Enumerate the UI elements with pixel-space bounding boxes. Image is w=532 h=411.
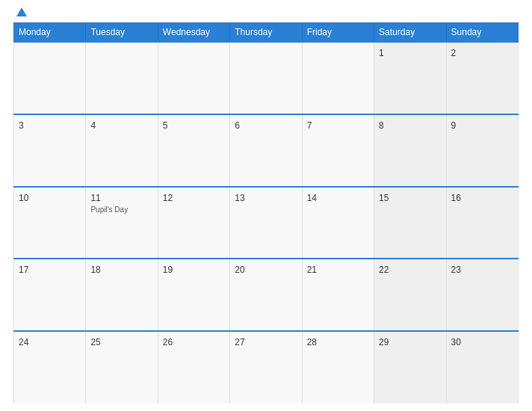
day-number: 12 xyxy=(163,193,173,203)
weekday-header-friday: Friday xyxy=(302,23,374,43)
calendar-cell: 17 xyxy=(14,259,86,331)
calendar-cell: 22 xyxy=(374,259,446,331)
day-number: 18 xyxy=(90,265,100,275)
day-number: 3 xyxy=(19,120,24,131)
calendar-cell xyxy=(230,42,302,114)
calendar-week-1: 12 xyxy=(14,42,519,114)
calendar-week-2: 3456789 xyxy=(14,114,519,187)
day-number: 6 xyxy=(235,120,240,131)
day-number: 29 xyxy=(379,337,389,347)
day-number: 11 xyxy=(90,193,100,203)
calendar-cell xyxy=(158,42,229,114)
calendar-cell: 6 xyxy=(230,114,302,187)
day-number: 19 xyxy=(163,265,173,275)
header xyxy=(13,7,519,18)
calendar-cell: 10 xyxy=(14,187,86,259)
calendar-cell: 16 xyxy=(446,187,518,259)
calendar-cell: 30 xyxy=(446,331,518,404)
calendar-cell: 25 xyxy=(86,331,158,404)
day-number: 16 xyxy=(451,193,461,203)
calendar-cell: 18 xyxy=(86,259,158,331)
calendar-cell: 19 xyxy=(158,259,229,331)
weekday-header-tuesday: Tuesday xyxy=(86,23,158,43)
calendar-week-3: 1011Pupil's Day1213141516 xyxy=(14,187,519,259)
calendar-cell: 2 xyxy=(446,42,518,114)
day-number: 8 xyxy=(379,120,384,131)
calendar-cell: 4 xyxy=(86,114,158,187)
day-number: 2 xyxy=(451,48,457,58)
day-number: 23 xyxy=(451,265,461,275)
logo-triangle-icon xyxy=(16,7,27,16)
day-number: 20 xyxy=(235,265,244,275)
calendar-cell: 26 xyxy=(158,331,229,404)
calendar-cell: 24 xyxy=(14,331,86,404)
weekday-header-monday: Monday xyxy=(14,23,86,43)
calendar-week-4: 17181920212223 xyxy=(14,259,519,331)
calendar-cell: 1 xyxy=(374,42,446,114)
calendar-week-5: 24252627282930 xyxy=(14,331,519,404)
calendar-cell: 14 xyxy=(302,187,374,259)
day-number: 27 xyxy=(235,337,244,347)
calendar-cell: 27 xyxy=(230,331,302,404)
day-number: 26 xyxy=(163,337,173,347)
calendar-cell: 3 xyxy=(14,114,86,187)
day-number: 21 xyxy=(307,265,317,275)
calendar-cell: 20 xyxy=(230,259,302,331)
calendar-cell: 5 xyxy=(158,114,229,187)
day-number: 1 xyxy=(379,48,384,58)
calendar-cell: 7 xyxy=(302,114,374,187)
weekday-header-thursday: Thursday xyxy=(230,23,302,43)
day-number: 7 xyxy=(307,120,312,131)
calendar-cell: 15 xyxy=(374,187,446,259)
weekday-header-row: MondayTuesdayWednesdayThursdayFridaySatu… xyxy=(14,23,519,43)
calendar-cell xyxy=(14,42,86,114)
logo xyxy=(13,7,27,18)
day-number: 30 xyxy=(451,337,461,347)
weekday-header-sunday: Sunday xyxy=(446,23,518,43)
calendar-cell: 13 xyxy=(230,187,302,259)
day-number: 13 xyxy=(235,193,244,203)
day-number: 17 xyxy=(19,265,28,275)
calendar-cell: 21 xyxy=(302,259,374,331)
day-number: 5 xyxy=(163,120,168,131)
calendar-cell: 29 xyxy=(374,331,446,404)
day-number: 28 xyxy=(307,337,317,347)
calendar-page: MondayTuesdayWednesdayThursdayFridaySatu… xyxy=(0,0,532,411)
weekday-header-wednesday: Wednesday xyxy=(158,23,229,43)
day-number: 24 xyxy=(19,337,28,347)
calendar-cell: 28 xyxy=(302,331,374,404)
weekday-header-saturday: Saturday xyxy=(374,23,446,43)
day-number: 25 xyxy=(90,337,100,347)
day-number: 10 xyxy=(19,193,28,203)
day-number: 4 xyxy=(90,120,96,131)
calendar-cell: 12 xyxy=(158,187,229,259)
calendar-cell: 23 xyxy=(446,259,518,331)
calendar-cell: 11Pupil's Day xyxy=(86,187,158,259)
calendar-cell: 8 xyxy=(374,114,446,187)
event-label: Pupil's Day xyxy=(90,206,152,214)
calendar-cell xyxy=(86,42,158,114)
day-number: 9 xyxy=(451,120,457,131)
calendar-table: MondayTuesdayWednesdayThursdayFridaySatu… xyxy=(13,22,519,404)
calendar-cell: 9 xyxy=(446,114,518,187)
day-number: 15 xyxy=(379,193,389,203)
day-number: 22 xyxy=(379,265,389,275)
day-number: 14 xyxy=(307,193,317,203)
calendar-cell xyxy=(302,42,374,114)
